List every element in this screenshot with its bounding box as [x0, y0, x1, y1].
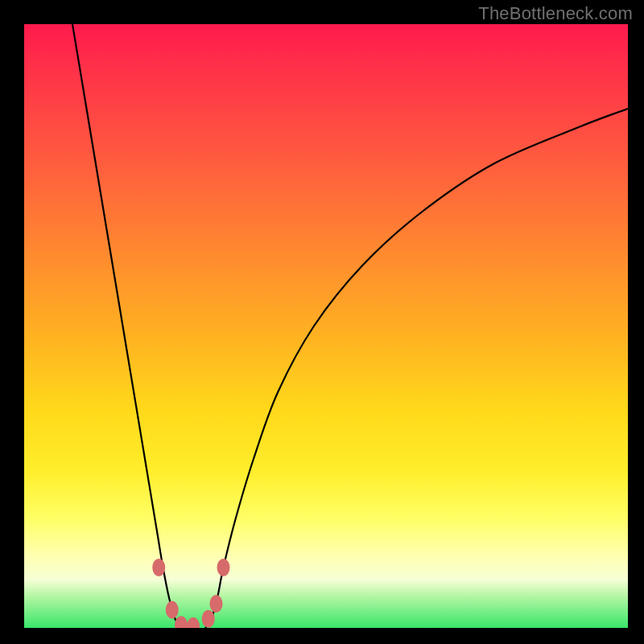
highlight-marker [175, 616, 188, 628]
plot-area [24, 24, 628, 628]
highlight-marker [210, 595, 223, 613]
curve-layer [24, 24, 628, 628]
highlight-marker [217, 559, 230, 576]
highlight-marker [202, 610, 215, 628]
curve-left-branch [72, 24, 181, 628]
curve-right-branch [205, 109, 628, 628]
watermark-text: TheBottleneck.com [478, 3, 633, 24]
highlight-marker [166, 601, 179, 619]
highlight-marker [152, 559, 165, 576]
chart-frame: TheBottleneck.com [0, 0, 644, 644]
highlight-marker [187, 617, 200, 628]
